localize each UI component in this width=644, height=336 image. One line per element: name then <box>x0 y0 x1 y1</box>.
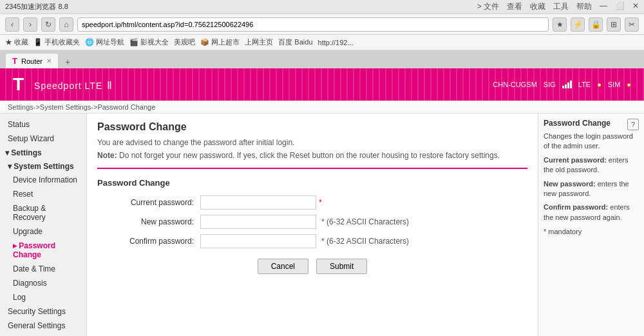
current-password-input[interactable] <box>200 195 316 210</box>
sidebar-item-diagnosis[interactable]: Diagnosis <box>0 276 86 290</box>
sidebar-item-setup-wizard[interactable]: Setup Wizard <box>0 132 86 146</box>
note-text: Note: Do not forget your new password. I… <box>97 151 527 160</box>
breadcrumb-text: Settings->System Settings->Password Chan… <box>8 103 155 111</box>
sidebar-item-backup-recovery[interactable]: Backup & Recovery <box>0 201 86 224</box>
arrow-down-icon: ▾ <box>8 162 12 171</box>
bookmark-nav[interactable]: 🌐 网址导航 <box>85 37 124 47</box>
bookmark-video[interactable]: 🎬 影视大全 <box>129 37 169 47</box>
bookmark-mobile[interactable]: 📱 手机收藏夹 <box>33 37 80 47</box>
form-buttons: Cancel Submit <box>97 259 527 274</box>
sidebar-item-date-time[interactable]: Date & Time <box>0 262 86 276</box>
help-description: Changes the login password of the admin … <box>544 132 639 152</box>
bookmark-meituan[interactable]: 美观吧 <box>174 37 195 47</box>
mandatory-note: * mandatory <box>544 228 639 235</box>
sidebar-item-status[interactable]: Status <box>0 117 86 132</box>
bookmark-baidu[interactable]: 百度 Baidu <box>278 37 312 47</box>
help-panel: ? Password Change Changes the login pass… <box>538 114 644 336</box>
more-icon[interactable]: ✂ <box>625 17 639 32</box>
help-current-label: Current password: <box>544 156 607 164</box>
help-current-password: Current password: enters the old passwor… <box>544 155 639 175</box>
browser-controls: ‹ › ↻ ⌂ ★ ⚡ 🔒 ⊞ ✂ <box>0 14 644 35</box>
lte-label: LTE <box>578 81 591 88</box>
bookmark-shopping[interactable]: 📦 网上超市 <box>200 37 240 47</box>
sidebar-item-upgrade[interactable]: Upgrade <box>0 224 86 239</box>
sidebar-item-security-settings[interactable]: Security Settings <box>0 304 86 319</box>
current-password-label: Current password: <box>97 198 200 207</box>
content-area: Password Change You are advised to chang… <box>87 114 538 336</box>
sidebar-item-advanced-settings[interactable]: Advanced Settings <box>0 333 86 336</box>
forward-button[interactable]: › <box>23 17 37 32</box>
window-restore[interactable]: ⬜ <box>615 1 625 12</box>
help-title: Password Change <box>544 119 639 128</box>
sim-label: SIM <box>608 81 621 88</box>
submit-button[interactable]: Submit <box>316 259 367 274</box>
confirm-password-label: Confirm password: <box>97 237 200 246</box>
new-password-hint: * (6-32 ASCII Characters) <box>321 217 409 226</box>
menu-item-tools[interactable]: 工具 <box>553 1 569 12</box>
tab-label: Router <box>21 57 43 65</box>
security-icon[interactable]: 🔒 <box>589 17 603 32</box>
bookmark-homepage[interactable]: 上网主页 <box>245 37 273 47</box>
bookmark-collect[interactable]: ★ 收藏 <box>5 37 28 47</box>
menu-item-bookmarks[interactable]: 收藏 <box>530 1 545 12</box>
browser-title: 2345加速浏览器 8.8 <box>5 2 68 12</box>
cancel-button[interactable]: Cancel <box>258 259 308 274</box>
confirm-password-row: Confirm password: * (6-32 ASCII Characte… <box>97 234 527 248</box>
tabs-bar: T Router ✕ + <box>0 50 644 68</box>
signal-bars-icon <box>562 81 572 88</box>
help-confirm-label: Confirm password: <box>544 203 608 211</box>
arrow-right-icon: ▸ <box>13 241 17 250</box>
help-confirm-password: Confirm password: enters the new passwor… <box>544 203 639 222</box>
sidebar-section-settings: ▾ Settings <box>0 146 86 160</box>
menu-item-help[interactable]: 帮助 <box>576 1 592 12</box>
tmobile-header: T Speedport LTE Ⅱ CHN-CUGSM SIG LTE ● SI… <box>0 68 644 101</box>
browser-titlebar: 2345加速浏览器 8.8 > 文件 查看 收藏 工具 帮助 — ⬜ ✕ <box>0 0 644 14</box>
new-password-input[interactable] <box>200 215 316 229</box>
tmobile-logo-icon: T <box>13 74 24 95</box>
arrow-icon: ▾ <box>5 148 9 157</box>
current-password-row: Current password: * <box>97 195 527 210</box>
rss-icon[interactable]: ⚡ <box>571 17 585 32</box>
window-minimize[interactable]: — <box>600 1 607 12</box>
home-button[interactable]: ⌂ <box>59 17 73 32</box>
note-label: Note: <box>97 151 117 160</box>
note-body: Do not forget your new password. If yes,… <box>119 151 500 160</box>
sidebar-item-password-change[interactable]: ▸ Password Change <box>0 239 86 262</box>
breadcrumb: Settings->System Settings->Password Chan… <box>0 101 644 114</box>
confirm-password-input[interactable] <box>200 234 316 248</box>
product-title: Speedport LTE Ⅱ <box>34 77 113 92</box>
help-new-password: New password: enters the new password. <box>544 179 639 199</box>
network-status: CHN-CUGSM SIG LTE ● SIM ● <box>493 81 631 88</box>
confirm-password-hint: * (6-32 ASCII Characters) <box>321 237 409 246</box>
menu-item-search[interactable]: 查看 <box>507 1 522 12</box>
sidebar: Status Setup Wizard ▾ Settings ▾ System … <box>0 114 87 336</box>
sidebar-item-reset[interactable]: Reset <box>0 187 86 201</box>
menu-item-file[interactable]: > 文件 <box>477 1 499 12</box>
new-password-label: New password: <box>97 217 200 226</box>
sidebar-section-system-settings[interactable]: ▾ System Settings <box>0 160 86 173</box>
help-icon[interactable]: ? <box>627 119 639 130</box>
window-close[interactable]: ✕ <box>632 1 639 12</box>
tab-close-icon[interactable]: ✕ <box>46 57 52 64</box>
back-button[interactable]: ‹ <box>5 17 19 32</box>
network-label: CHN-CUGSM <box>493 81 536 88</box>
bookmark-star[interactable]: ★ <box>553 17 567 32</box>
address-bar[interactable] <box>77 17 549 32</box>
info-text: You are advised to change the password a… <box>97 138 527 147</box>
active-tab[interactable]: T Router ✕ <box>5 53 59 68</box>
lte-status-icon: ● <box>597 81 601 88</box>
refresh-button[interactable]: ↻ <box>41 17 55 32</box>
bookmarks-bar: ★ 收藏 📱 手机收藏夹 🌐 网址导航 🎬 影视大全 美观吧 📦 网上超市 上网… <box>0 35 644 50</box>
sidebar-item-log[interactable]: Log <box>0 290 86 304</box>
current-password-required: * <box>319 198 322 207</box>
sim-status-icon: ● <box>627 81 631 88</box>
section-subtitle: Password Change <box>97 178 527 188</box>
page-title: Password Change <box>97 121 527 133</box>
bookmark-ip[interactable]: http://192... <box>318 39 354 46</box>
apps-icon[interactable]: ⊞ <box>607 17 621 32</box>
new-password-row: New password: * (6-32 ASCII Characters) <box>97 215 527 229</box>
sidebar-item-general-settings[interactable]: General Settings <box>0 319 86 333</box>
section-divider <box>97 168 527 169</box>
new-tab-button[interactable]: + <box>61 55 74 68</box>
sidebar-item-device-info[interactable]: Device Information <box>0 173 86 187</box>
